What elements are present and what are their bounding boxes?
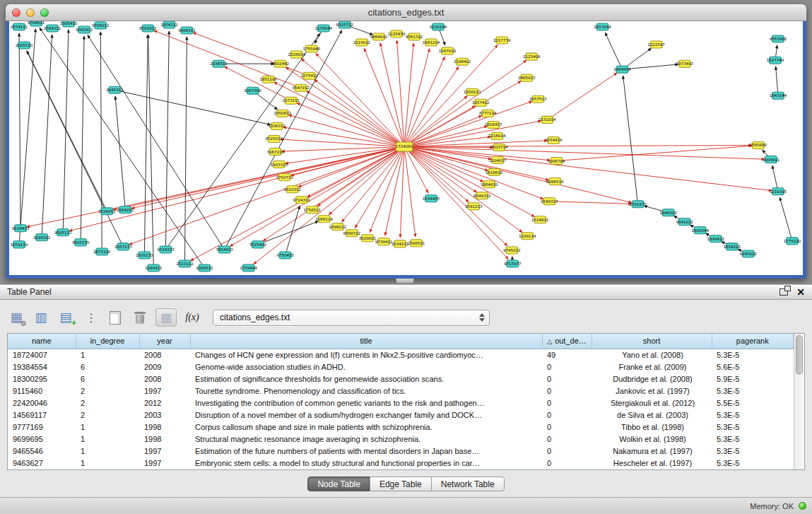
table-cell[interactable]: 49 xyxy=(542,349,592,361)
graph-node[interactable]: 1610312 xyxy=(283,186,300,193)
graph-node[interactable]: 1981214 xyxy=(423,39,440,46)
table-cell[interactable]: 0 xyxy=(542,421,592,433)
table-cell[interactable]: 14569117 xyxy=(8,409,76,421)
graph-node[interactable]: 9715977 xyxy=(504,260,522,267)
graph-node[interactable]: 9505155 xyxy=(72,239,90,246)
table-cell[interactable]: 0 xyxy=(542,385,592,397)
graph-node[interactable]: 9664010 xyxy=(370,33,388,40)
table-cell[interactable]: 1 xyxy=(76,457,139,469)
graph-node[interactable]: 1843144 xyxy=(770,92,787,99)
graph-node[interactable]: 1004911 xyxy=(763,156,779,163)
graph-node[interactable]: 1813044 xyxy=(594,23,611,30)
graph-node[interactable]: 2526051 xyxy=(98,208,115,215)
table-cell[interactable]: Investigating the contribution of common… xyxy=(190,397,542,409)
table-cell[interactable]: 0 xyxy=(542,373,592,385)
table-cell[interactable]: 9699695 xyxy=(8,433,76,445)
column-header-out_de[interactable]: △out_de… xyxy=(542,334,592,349)
table-cell[interactable]: 5.3E-5 xyxy=(712,421,794,433)
graph-node[interactable]: 3067211 xyxy=(266,148,283,156)
graph-node[interactable]: 2554111 xyxy=(11,23,28,30)
table-cell[interactable]: 2 xyxy=(76,385,139,397)
table-cell[interactable]: 1998 xyxy=(139,433,190,445)
table-cell[interactable]: 9463627 xyxy=(8,457,76,469)
graph-node[interactable]: 9245022 xyxy=(740,250,757,257)
table-cell[interactable]: Structural magnetic resonance image aver… xyxy=(190,433,542,445)
table-cell[interactable]: 5.3E-5 xyxy=(712,445,794,457)
table-cell[interactable]: 2003 xyxy=(139,409,190,421)
float-panel-icon[interactable] xyxy=(779,288,788,296)
graph-node[interactable]: 2513112 xyxy=(176,260,193,267)
graph-node[interactable]: 1125439 xyxy=(388,30,406,37)
new-document-icon[interactable] xyxy=(106,308,124,327)
window-titlebar[interactable]: citations_edges.txt xyxy=(6,4,806,21)
graph-node[interactable]: 9724333 xyxy=(157,246,175,253)
graph-node[interactable]: 9904311 xyxy=(178,27,195,34)
graph-node[interactable]: 1954281 xyxy=(117,206,134,214)
table-cell[interactable]: 1 xyxy=(76,349,139,361)
table-cell[interactable]: Genome-wide association studies in ADHD. xyxy=(190,361,542,373)
graph-node[interactable]: 2036511 xyxy=(210,60,227,67)
graph-node[interactable]: 1125408 xyxy=(523,53,541,60)
graph-node[interactable]: 1179544 xyxy=(315,25,333,32)
table-row[interactable]: 1872400712008Changes of HCN gene express… xyxy=(8,349,794,361)
graph-node[interactable]: 9750455 xyxy=(276,252,294,259)
graph-node[interactable]: 1221597 xyxy=(647,41,665,48)
graph-node[interactable]: 9116433 xyxy=(12,225,30,232)
table-cell[interactable]: 2 xyxy=(76,397,139,409)
graph-node[interactable]: 7654433 xyxy=(216,246,233,253)
column-header-year[interactable]: year xyxy=(139,334,190,349)
table-cell[interactable]: Estimation of the future numbers of pati… xyxy=(190,445,542,457)
import-table-icon[interactable] xyxy=(155,308,177,327)
column-header-short[interactable]: short xyxy=(592,334,712,349)
graph-node[interactable]: 7625400 xyxy=(249,241,266,248)
table-row[interactable]: 977716911998Corpus callosum shape and si… xyxy=(8,421,794,433)
graph-node[interactable]: 1206311 xyxy=(268,122,285,129)
graph-node[interactable]: 8777114 xyxy=(479,110,497,117)
tab-network-table[interactable]: Network Table xyxy=(431,477,505,491)
graph-node[interactable]: 1086114 xyxy=(316,216,334,223)
table-row[interactable]: 969969511998Structural magnetic resonanc… xyxy=(8,433,794,445)
graph-node[interactable]: 1249411 xyxy=(145,264,162,271)
graph-node[interactable]: 1854112 xyxy=(160,21,177,28)
table-cell[interactable]: Disruption of a novel member of a sodium… xyxy=(190,409,542,421)
graph-node[interactable]: 3020811 xyxy=(359,235,376,242)
table-cell[interactable]: 5.3E-5 xyxy=(712,457,794,469)
create-column-icon[interactable] xyxy=(57,308,75,327)
table-scroll-area[interactable]: namein_degreeyeartitle△out_de…shortpager… xyxy=(8,334,794,469)
graph-node[interactable]: 2188412 xyxy=(454,58,471,65)
table-cell[interactable]: 5.3E-5 xyxy=(712,433,794,445)
graph-node[interactable]: 9841022 xyxy=(676,218,693,226)
graph-node[interactable]: 1973493 xyxy=(676,60,693,67)
column-header-title[interactable]: title xyxy=(190,334,542,349)
graph-node[interactable]: 8501812 xyxy=(139,25,156,32)
graph-node[interactable]: 9361312 xyxy=(406,33,423,40)
table-row[interactable]: 1938455462009Genome-wide association stu… xyxy=(8,361,794,373)
graph-node[interactable]: 1895784 xyxy=(548,158,565,165)
graph-node[interactable]: 1696211 xyxy=(329,223,346,230)
table-cell[interactable]: 5.6E-5 xyxy=(712,361,794,373)
graph-node[interactable]: 1216014 xyxy=(488,132,506,139)
table-cell[interactable]: 1998 xyxy=(139,421,190,433)
graph-node[interactable]: 1793711 xyxy=(276,174,293,181)
graph-node[interactable]: 2073211 xyxy=(282,97,299,104)
zoom-window-button[interactable] xyxy=(40,8,49,17)
table-cell[interactable]: 2009 xyxy=(139,361,190,373)
tab-node-table[interactable]: Node Table xyxy=(307,477,370,491)
table-cell[interactable]: 18300295 xyxy=(8,373,76,385)
graph-node[interactable]: 2005410 xyxy=(60,21,78,27)
table-cell[interactable]: Nakamura et al. (1997) xyxy=(592,445,712,457)
table-cell[interactable]: 0 xyxy=(542,397,592,409)
close-panel-icon[interactable]: ✕ xyxy=(796,287,805,297)
table-cell[interactable]: 0 xyxy=(542,409,592,421)
graph-node[interactable]: 1791977 xyxy=(629,201,647,208)
table-cell[interactable]: 1 xyxy=(76,421,139,433)
table-cell[interactable]: Stergiakouli et al. (2012) xyxy=(592,397,712,409)
table-cell[interactable]: Wolkin et al. (1998) xyxy=(592,433,712,445)
close-window-button[interactable] xyxy=(12,8,20,17)
table-cell[interactable]: 5.3E-5 xyxy=(712,409,794,421)
graph-node[interactable]: 1654222 xyxy=(724,243,741,250)
table-cell[interactable]: Tourette syndrome. Phenomenology and cla… xyxy=(190,385,542,397)
graph-node[interactable]: 8130144 xyxy=(430,23,447,30)
table-cell[interactable]: Dudbridge et al. (2008) xyxy=(592,373,712,385)
graph-node[interactable]: 1534455 xyxy=(423,195,440,202)
